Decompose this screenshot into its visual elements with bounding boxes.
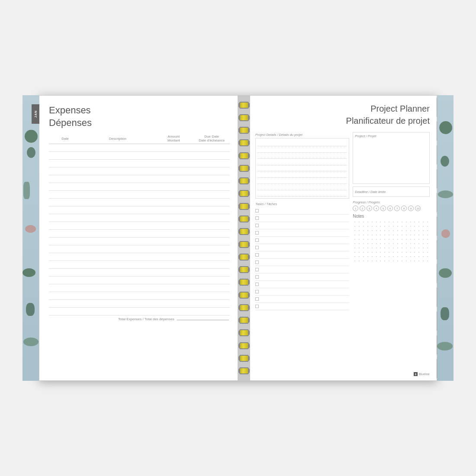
notes-dot bbox=[384, 222, 385, 222]
progress-circle[interactable]: 2 bbox=[360, 206, 365, 211]
task-line bbox=[261, 251, 349, 258]
notes-dot bbox=[393, 248, 394, 248]
task-checkbox[interactable] bbox=[255, 253, 259, 257]
task-checkbox[interactable] bbox=[255, 246, 259, 249]
notes-dot bbox=[418, 226, 419, 227]
notes-dot bbox=[380, 230, 381, 231]
notes-dot bbox=[354, 222, 355, 222]
notes-dot bbox=[410, 252, 411, 253]
notes-dot bbox=[414, 222, 415, 222]
table-row bbox=[49, 308, 230, 315]
task-checkbox[interactable] bbox=[255, 261, 259, 264]
spiral-loop bbox=[239, 342, 249, 349]
notes-dot bbox=[406, 252, 407, 253]
notes-dot bbox=[406, 235, 407, 235]
notes-dot bbox=[380, 226, 381, 227]
task-item bbox=[255, 207, 349, 215]
table-row bbox=[49, 214, 230, 222]
notes-dot bbox=[393, 222, 394, 222]
notes-dot bbox=[414, 252, 415, 253]
notes-dot bbox=[410, 239, 411, 240]
task-checkbox[interactable] bbox=[255, 238, 259, 242]
progress-circle[interactable]: 4 bbox=[373, 206, 379, 211]
task-checkbox[interactable] bbox=[255, 224, 259, 227]
notes-dot bbox=[414, 248, 415, 248]
notes-dot bbox=[406, 243, 407, 244]
notes-dot bbox=[359, 239, 360, 240]
notes-dot bbox=[397, 252, 398, 253]
notes-dot bbox=[418, 261, 419, 261]
notes-dot bbox=[414, 256, 415, 257]
project-field: Project / Projet bbox=[353, 132, 430, 184]
notes-dot bbox=[418, 248, 419, 248]
notes-dot bbox=[359, 235, 360, 235]
notes-dot bbox=[354, 261, 355, 261]
task-checkbox[interactable] bbox=[255, 290, 259, 293]
notes-dot bbox=[393, 243, 394, 244]
notes-dot bbox=[380, 239, 381, 240]
notes-dot bbox=[427, 248, 428, 248]
task-checkbox[interactable] bbox=[255, 268, 259, 271]
progress-circle[interactable]: 8 bbox=[401, 206, 407, 211]
spiral-loop bbox=[239, 355, 249, 362]
task-line bbox=[261, 237, 349, 244]
notes-dot bbox=[397, 226, 398, 227]
notes-dot bbox=[372, 252, 373, 253]
notes-dot bbox=[384, 252, 385, 253]
notes-dot bbox=[406, 248, 407, 248]
notes-dot bbox=[397, 235, 398, 235]
notes-dot bbox=[393, 256, 394, 257]
task-checkbox[interactable] bbox=[255, 231, 259, 235]
spiral-loop bbox=[239, 215, 249, 222]
progress-circles: 12345678910 bbox=[353, 206, 430, 211]
progress-circle[interactable]: 10 bbox=[415, 206, 421, 211]
notes-dot bbox=[418, 243, 419, 244]
notes-dot bbox=[372, 230, 373, 231]
progress-circle[interactable]: 1 bbox=[353, 206, 358, 211]
notes-dot bbox=[389, 226, 389, 227]
spiral-loop bbox=[239, 266, 249, 273]
notes-dot bbox=[402, 239, 402, 240]
notes-dot bbox=[414, 226, 415, 227]
notes-dot bbox=[376, 256, 377, 257]
notes-dot bbox=[384, 230, 385, 231]
notes-dot bbox=[410, 243, 411, 244]
notes-dot bbox=[363, 256, 364, 257]
total-line: Total Expenses / Total des dépenses bbox=[49, 317, 230, 321]
table-row bbox=[49, 253, 230, 261]
task-line bbox=[261, 207, 349, 214]
task-checkbox[interactable] bbox=[255, 209, 259, 212]
task-checkbox[interactable] bbox=[255, 297, 259, 301]
notes-dot bbox=[380, 222, 381, 222]
progress-label: Progress / Progrès bbox=[353, 200, 430, 204]
notes-dot bbox=[427, 230, 428, 231]
notes-dot bbox=[363, 226, 364, 227]
notes-dot bbox=[389, 230, 389, 231]
notes-dot bbox=[414, 243, 415, 244]
notes-dot bbox=[414, 261, 415, 261]
notes-dot bbox=[423, 252, 424, 253]
col-header-amount: AmountMontant bbox=[154, 133, 193, 144]
progress-circle[interactable]: 7 bbox=[394, 206, 400, 211]
project-layout: Project Details / Détails du projet Task… bbox=[255, 132, 430, 376]
notes-dot bbox=[393, 230, 394, 231]
task-line bbox=[261, 244, 349, 251]
task-checkbox[interactable] bbox=[255, 283, 259, 286]
task-line bbox=[261, 215, 349, 222]
task-checkbox[interactable] bbox=[255, 216, 259, 220]
project-right-column: Project / Projet Deadline / Date limite … bbox=[353, 132, 430, 376]
notes-dot bbox=[418, 252, 419, 253]
spiral-loop bbox=[239, 190, 249, 197]
notes-dot bbox=[354, 248, 355, 248]
notes-dot bbox=[402, 256, 402, 257]
progress-circle[interactable]: 5 bbox=[380, 206, 386, 211]
task-item bbox=[255, 266, 349, 273]
task-checkbox[interactable] bbox=[255, 275, 259, 279]
progress-circle[interactable]: 9 bbox=[408, 206, 414, 211]
task-checkbox[interactable] bbox=[255, 305, 259, 308]
notes-dot bbox=[393, 252, 394, 253]
notes-dot bbox=[359, 243, 360, 244]
task-item bbox=[255, 288, 349, 296]
progress-circle[interactable]: 3 bbox=[367, 206, 372, 211]
progress-circle[interactable]: 6 bbox=[387, 206, 393, 211]
